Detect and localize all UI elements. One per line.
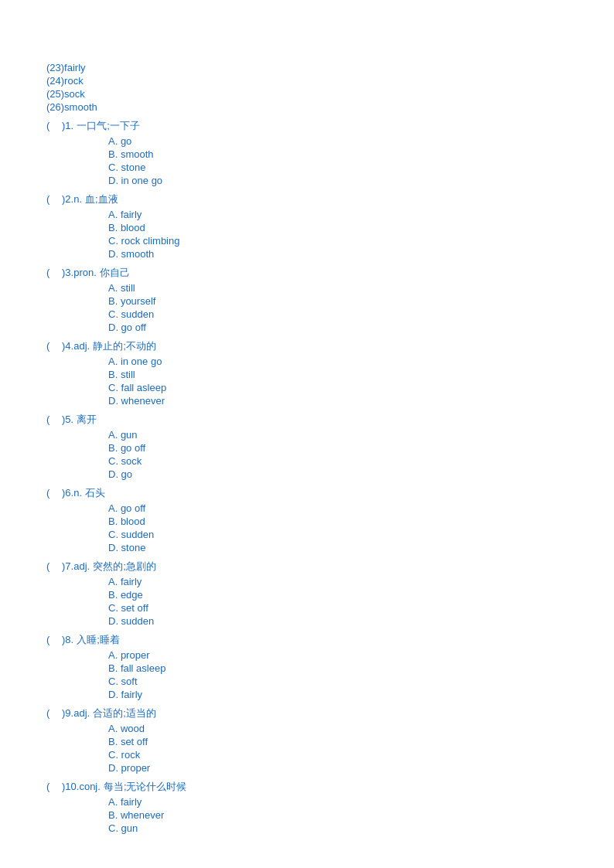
option-6-1: B. blood	[108, 516, 568, 527]
option-7-1: B. edge	[108, 589, 568, 601]
option-6-2: C. sudden	[108, 529, 568, 540]
option-9-3: D. proper	[108, 762, 568, 774]
option-6-3: D. stone	[108, 542, 568, 553]
option-2-2: C. rock climbing	[108, 235, 568, 247]
paren-open: (	[46, 193, 62, 205]
option-3-2: C. sudden	[108, 308, 568, 320]
options-8: A. properB. fall asleepC. softD. fairly	[108, 649, 568, 700]
question-chinese-9: 合适的;适当的	[93, 706, 156, 720]
paren-open: (	[46, 414, 62, 425]
question-num-3: )3.pron.	[62, 267, 97, 278]
option-1-0: A. go	[108, 135, 568, 147]
options-7: A. fairlyB. edgeC. set offD. sudden	[108, 576, 568, 627]
option-10-2: C. gun	[108, 822, 568, 834]
question-chinese-4: 静止的;不动的	[93, 339, 156, 353]
options-9: A. woodB. set offC. rockD. proper	[108, 723, 568, 774]
paren-open: (	[46, 340, 62, 352]
question-line-6: ()6.n. 石头	[46, 486, 568, 500]
option-5-3: D. go	[108, 468, 568, 480]
option-8-3: D. fairly	[108, 689, 568, 700]
question-chinese-3: 你自己	[100, 266, 130, 280]
option-4-3: D. whenever	[108, 395, 568, 407]
option-5-0: A. gun	[108, 429, 568, 441]
question-num-5: )5.	[62, 414, 73, 425]
option-3-1: B. yourself	[108, 295, 568, 307]
question-chinese-7: 突然的;急剧的	[93, 560, 156, 574]
question-chinese-1: 一口气;一下子	[77, 119, 140, 133]
question-chinese-8: 入睡;睡着	[77, 633, 120, 647]
option-6-0: A. go off	[108, 502, 568, 514]
paren-open: (	[46, 120, 62, 131]
question-1: ()1. 一口气;一下子A. goB. smoothC. stoneD. in …	[46, 119, 568, 186]
question-num-9: )9.adj.	[62, 707, 90, 719]
option-8-2: C. soft	[108, 676, 568, 687]
option-1-1: B. smooth	[108, 148, 568, 160]
option-4-2: C. fall asleep	[108, 382, 568, 393]
question-line-1: ()1. 一口气;一下子	[46, 119, 568, 133]
paren-open: (	[46, 634, 62, 645]
options-6: A. go offB. bloodC. suddenD. stone	[108, 502, 568, 553]
question-num-6: )6.n.	[62, 487, 82, 499]
option-9-2: C. rock	[108, 749, 568, 761]
question-chinese-10: 每当;无论什么时候	[104, 780, 187, 794]
option-2-0: A. fairly	[108, 209, 568, 220]
option-9-0: A. wood	[108, 723, 568, 734]
question-line-2: ()2.n. 血;血液	[46, 192, 568, 206]
question-num-8: )8.	[62, 634, 73, 645]
question-10: ()10.conj. 每当;无论什么时候A. fairlyB. whenever…	[46, 780, 568, 834]
vocab-section: (23)fairly (24)rock (25)sock (26)smooth	[46, 62, 568, 113]
option-3-3: D. go off	[108, 322, 568, 333]
question-chinese-5: 离开	[77, 413, 97, 427]
option-8-0: A. proper	[108, 649, 568, 661]
option-4-0: A. in one go	[108, 356, 568, 367]
option-1-2: C. stone	[108, 162, 568, 173]
option-4-1: B. still	[108, 369, 568, 380]
question-line-5: ()5. 离开	[46, 413, 568, 427]
question-chinese-2: 血;血液	[85, 192, 118, 206]
option-7-2: C. set off	[108, 602, 568, 614]
paren-open: (	[46, 487, 62, 499]
question-num-1: )1.	[62, 120, 73, 131]
option-7-0: A. fairly	[108, 576, 568, 587]
question-line-7: ()7.adj. 突然的;急剧的	[46, 560, 568, 574]
vocab-item-26: (26)smooth	[46, 101, 568, 113]
question-2: ()2.n. 血;血液A. fairlyB. bloodC. rock clim…	[46, 192, 568, 260]
question-line-3: ()3.pron. 你自己	[46, 266, 568, 280]
option-2-1: B. blood	[108, 222, 568, 233]
questions-section: ()1. 一口气;一下子A. goB. smoothC. stoneD. in …	[46, 119, 568, 834]
options-4: A. in one goB. stillC. fall asleepD. whe…	[108, 356, 568, 407]
question-4: ()4.adj. 静止的;不动的A. in one goB. stillC. f…	[46, 339, 568, 407]
paren-open: (	[46, 781, 62, 792]
option-1-3: D. in one go	[108, 175, 568, 186]
option-5-1: B. go off	[108, 442, 568, 454]
question-num-7: )7.adj.	[62, 560, 90, 572]
option-5-2: C. sock	[108, 455, 568, 467]
option-8-1: B. fall asleep	[108, 662, 568, 674]
question-line-10: ()10.conj. 每当;无论什么时候	[46, 780, 568, 794]
question-line-4: ()4.adj. 静止的;不动的	[46, 339, 568, 353]
question-num-4: )4.adj.	[62, 340, 90, 352]
option-10-0: A. fairly	[108, 796, 568, 808]
vocab-item-24: (24)rock	[46, 75, 568, 87]
vocab-list: (23)fairly (24)rock (25)sock (26)smooth	[46, 62, 568, 113]
question-9: ()9.adj. 合适的;适当的A. woodB. set offC. rock…	[46, 706, 568, 774]
paren-open: (	[46, 707, 62, 719]
question-line-9: ()9.adj. 合适的;适当的	[46, 706, 568, 720]
question-line-8: ()8. 入睡;睡着	[46, 633, 568, 647]
options-5: A. gunB. go offC. sockD. go	[108, 429, 568, 480]
question-7: ()7.adj. 突然的;急剧的A. fairlyB. edgeC. set o…	[46, 560, 568, 627]
option-2-3: D. smooth	[108, 248, 568, 260]
options-10: A. fairlyB. wheneverC. gun	[108, 796, 568, 834]
option-3-0: A. still	[108, 282, 568, 294]
options-3: A. stillB. yourselfC. suddenD. go off	[108, 282, 568, 333]
vocab-item-25: (25)sock	[46, 88, 568, 100]
question-6: ()6.n. 石头A. go offB. bloodC. suddenD. st…	[46, 486, 568, 553]
question-chinese-6: 石头	[85, 486, 105, 500]
question-5: ()5. 离开A. gunB. go offC. sockD. go	[46, 413, 568, 480]
option-7-3: D. sudden	[108, 615, 568, 627]
paren-open: (	[46, 267, 62, 278]
option-9-1: B. set off	[108, 736, 568, 747]
question-8: ()8. 入睡;睡着A. properB. fall asleepC. soft…	[46, 633, 568, 700]
options-1: A. goB. smoothC. stoneD. in one go	[108, 135, 568, 186]
question-num-2: )2.n.	[62, 193, 82, 205]
